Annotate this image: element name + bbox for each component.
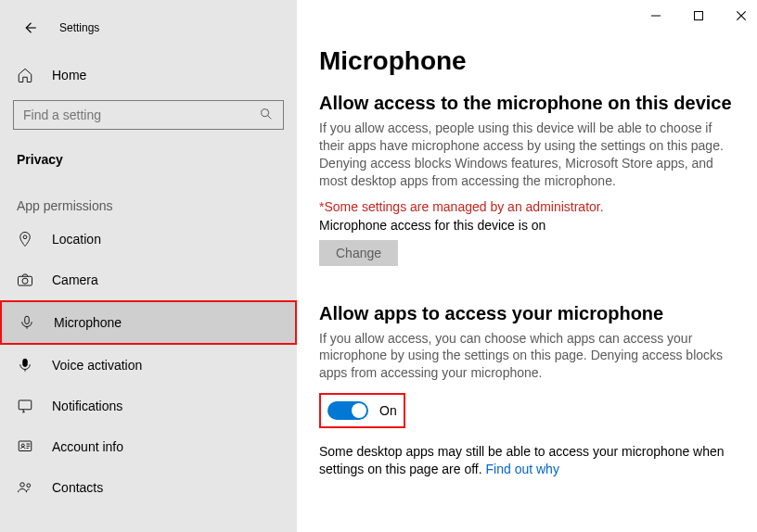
sidebar-item-label: Voice activation [52,358,142,373]
sidebar-item-label: Microphone [54,315,122,330]
sidebar-item-location[interactable]: Location [0,219,297,260]
svg-point-10 [27,484,31,488]
notifications-icon [17,398,33,414]
app-title: Settings [59,21,99,34]
account-icon [17,438,33,455]
location-icon [17,231,33,247]
apps-access-toggle[interactable] [327,401,368,420]
maximize-icon [693,10,704,21]
footnote: Some desktop apps may still be able to a… [319,443,735,478]
home-nav[interactable]: Home [0,57,297,93]
sidebar-item-label: Account info [52,439,123,454]
admin-note: *Some settings are managed by an adminis… [319,199,735,214]
category-label: Privacy [0,137,297,172]
main-content: Microphone Allow access to the microphon… [297,0,757,532]
sidebar-item-voice[interactable]: Voice activation [0,345,297,386]
sidebar-item-camera[interactable]: Camera [0,260,297,300]
search-input[interactable] [23,108,259,122]
svg-rect-5 [23,359,28,366]
toggle-label: On [379,403,397,418]
home-label: Home [52,68,86,82]
device-access-status: Microphone access for this device is on [319,218,735,233]
search-box[interactable] [13,100,284,130]
svg-rect-6 [19,400,32,410]
sidebar-item-account[interactable]: Account info [0,426,297,467]
sidebar-item-contacts[interactable]: Contacts [0,467,297,508]
section-header: App permissions [0,172,297,219]
maximize-button[interactable] [688,6,709,26]
svg-point-8 [21,444,24,447]
svg-point-3 [22,278,28,284]
svg-point-0 [262,108,269,116]
close-button[interactable] [731,6,751,26]
sidebar: Settings Home Privacy App permissions Lo… [0,0,297,532]
svg-point-9 [20,483,25,488]
back-button[interactable] [17,15,43,41]
toggle-knob [352,403,366,418]
page-title: Microphone [319,46,735,76]
sidebar-item-notifications[interactable]: Notifications [0,386,297,426]
camera-icon [17,272,33,288]
minimize-button[interactable] [646,6,666,26]
search-icon [259,107,274,124]
sidebar-item-label: Location [52,232,101,247]
svg-point-1 [23,235,27,239]
sidebar-item-label: Camera [52,272,98,287]
section1-desc: If you allow access, people using this d… [319,120,735,190]
svg-rect-11 [695,12,703,20]
home-icon [17,67,33,83]
section1-title: Allow access to the microphone on this d… [319,93,735,114]
sidebar-item-label: Notifications [52,399,122,413]
voice-icon [17,357,33,374]
section2-desc: If you allow access, you can choose whic… [319,330,735,383]
sidebar-item-microphone[interactable]: Microphone [0,300,297,345]
contacts-icon [17,479,33,496]
svg-rect-4 [25,316,30,323]
section2-title: Allow apps to access your microphone [319,303,735,324]
arrow-left-icon [21,19,38,36]
change-button[interactable]: Change [319,240,398,266]
close-icon [735,9,748,22]
minimize-icon [650,10,661,21]
find-out-why-link[interactable]: Find out why [486,462,559,476]
sidebar-item-label: Contacts [52,480,103,495]
microphone-icon [19,314,35,331]
toggle-row: On [319,393,405,428]
